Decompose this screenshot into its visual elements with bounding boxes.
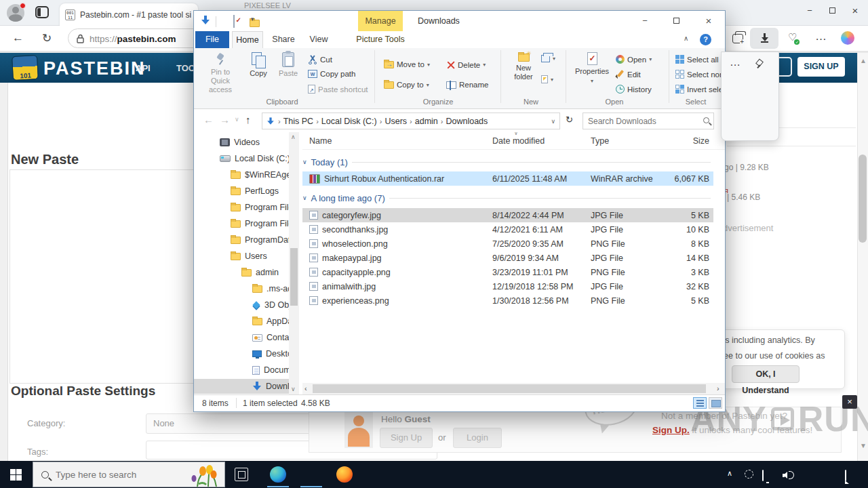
scroll-up-arrow[interactable]: ▲ <box>860 57 867 64</box>
hscroll-left-arrow[interactable] <box>304 384 307 392</box>
browser-close-button[interactable] <box>848 4 863 18</box>
browser-essentials-button[interactable]: ♡✓ <box>788 31 797 43</box>
tab-file[interactable]: File <box>195 31 229 48</box>
history-button[interactable]: History <box>616 85 652 94</box>
start-button[interactable] <box>0 461 33 488</box>
nav-api[interactable]: API <box>136 63 151 73</box>
collections-icon[interactable] <box>732 34 743 43</box>
signup-button[interactable]: SIGN UP <box>797 57 845 77</box>
hscroll-thumb[interactable] <box>313 384 706 393</box>
flyout-menu-button[interactable] <box>730 56 741 68</box>
file-row-makepaypal[interactable]: makepaypal.jpg 9/6/2019 9:34 AM JPG File… <box>302 251 713 265</box>
tree-scroll-down-arrow[interactable] <box>291 386 296 392</box>
rename-button[interactable]: Rename <box>446 81 488 89</box>
taskbar-edge-icon[interactable] <box>270 466 286 483</box>
recent-paste-fragment[interactable]: go | 9.28 KB <box>724 163 769 172</box>
tab-home[interactable]: Home <box>232 31 263 48</box>
file-row-sirhurt-rar[interactable]: Sirhurt Robux Authentication.rar 6/11/20… <box>302 171 713 186</box>
tab-view[interactable]: View <box>304 31 334 48</box>
tree-scrollbar-thumb[interactable] <box>290 248 298 306</box>
paste-button[interactable]: Paste <box>274 52 302 78</box>
tree-scroll-up-arrow[interactable] <box>291 134 296 140</box>
downloads-toolbar-button[interactable] <box>750 28 778 49</box>
explorer-search-input[interactable] <box>583 113 698 129</box>
file-row-categoryfew[interactable]: categoryfew.jpg 8/14/2022 4:44 PM JPG Fi… <box>302 208 713 222</box>
collapse-group-icon[interactable] <box>302 195 307 201</box>
nav-back-button[interactable] <box>203 114 214 125</box>
paste-shortcut-button[interactable]: Paste shortcut <box>308 85 368 94</box>
delete-button[interactable]: Delete <box>446 60 486 69</box>
scroll-down-arrow[interactable]: ▼ <box>860 442 867 449</box>
new-item-button[interactable] <box>541 55 555 62</box>
breadcrumb-this-pc[interactable]: This PC <box>283 117 313 126</box>
network-icon[interactable] <box>762 470 764 481</box>
browser-minimize-button[interactable] <box>802 4 817 18</box>
qat-customize-icon[interactable] <box>251 16 254 22</box>
column-date-modified[interactable]: Date modified <box>486 136 584 146</box>
nav-recent-dropdown[interactable] <box>235 116 239 123</box>
large-icons-view-button[interactable] <box>709 397 722 409</box>
tree-item-downloads[interactable]: Downloads <box>194 379 289 394</box>
manage-contextual-tab[interactable]: Manage <box>358 11 403 31</box>
browser-refresh-button[interactable] <box>42 31 52 45</box>
task-view-button[interactable] <box>235 468 248 481</box>
move-to-button[interactable]: Move to <box>384 60 430 68</box>
file-row-capacityapple[interactable]: capacityapple.png 3/23/2019 11:01 PM PNG… <box>302 265 713 279</box>
file-row-secondthanks[interactable]: secondthanks.jpg 4/12/2021 6:11 AM JPG F… <box>302 222 713 237</box>
edit-button[interactable]: Edit <box>616 70 641 79</box>
taskbar-search-input[interactable] <box>56 470 171 480</box>
breadcrumb-users[interactable]: Users <box>384 117 407 126</box>
background-tab-fragment[interactable]: PIXELSEE LV <box>244 1 291 11</box>
properties-button[interactable]: Properties <box>571 52 613 85</box>
cut-button[interactable]: Cut <box>308 55 332 64</box>
collapse-ribbon-icon[interactable] <box>684 35 688 42</box>
column-size[interactable]: Size <box>665 136 713 146</box>
promo-signup-link[interactable]: Sign Up. <box>652 425 690 435</box>
breadcrumb-admin[interactable]: admin <box>415 117 438 126</box>
notification-close-button[interactable] <box>842 395 857 409</box>
copy-to-button[interactable]: Copy to <box>384 81 429 89</box>
new-folder-button[interactable]: Newfolder <box>507 54 540 81</box>
refresh-button[interactable] <box>566 115 573 125</box>
tray-agent-icon[interactable] <box>745 470 753 479</box>
tray-show-hidden-icons[interactable] <box>727 469 732 478</box>
browser-menu-button[interactable] <box>815 30 827 43</box>
explorer-close-button[interactable] <box>697 11 720 31</box>
workspaces-icon[interactable] <box>35 6 49 18</box>
nav-up-button[interactable] <box>245 114 251 125</box>
browser-tab-pastebin[interactable]: 00111 Pastebin.com - #1 paste tool si <box>60 3 198 26</box>
copy-path-button[interactable]: W Copy path <box>308 70 355 78</box>
group-header-today[interactable]: Today (1) <box>302 155 713 169</box>
copy-button[interactable]: Copy <box>244 52 273 78</box>
action-center-icon[interactable] <box>845 470 846 481</box>
help-button[interactable]: ? <box>700 34 711 45</box>
explorer-minimize-button[interactable] <box>633 11 656 31</box>
hscroll-right-arrow[interactable] <box>717 384 719 392</box>
open-button[interactable]: Open <box>616 55 652 64</box>
tab-picture-tools[interactable]: Picture Tools <box>349 31 412 48</box>
group-header-long-ago[interactable]: A long time ago (7) <box>302 191 713 205</box>
qat-properties-icon[interactable] <box>233 15 235 28</box>
guest-login-button[interactable]: Login <box>453 428 502 448</box>
page-scrollbar-thumb[interactable] <box>859 155 867 243</box>
breadcrumb-downloads[interactable]: Downloads <box>446 117 488 126</box>
taskbar-search[interactable] <box>33 462 225 487</box>
address-dropdown-icon[interactable] <box>551 118 555 125</box>
guest-signup-button[interactable]: Sign Up <box>380 428 433 448</box>
flyout-pin-icon[interactable] <box>754 59 763 68</box>
file-row-animalwith[interactable]: animalwith.jpg 12/19/2018 12:58 PM JPG F… <box>302 279 713 293</box>
pastebin-brand[interactable]: PASTEBIN <box>43 58 146 79</box>
copilot-icon[interactable] <box>841 31 854 45</box>
breadcrumb[interactable]: This PC Local Disk (C:) Users admin Down… <box>262 113 560 129</box>
easy-access-button[interactable] <box>541 75 553 83</box>
pastebin-logo-icon[interactable]: 101 <box>12 55 39 81</box>
taskbar-firefox-icon[interactable] <box>336 466 353 483</box>
nav-forward-button[interactable] <box>220 114 230 125</box>
details-view-button[interactable] <box>693 397 707 409</box>
column-name[interactable]: Name <box>302 136 486 146</box>
browser-back-button[interactable] <box>12 31 24 45</box>
explorer-maximize-button[interactable] <box>665 11 688 31</box>
browser-restore-button[interactable] <box>825 4 840 18</box>
pin-to-quick-access-button[interactable]: Pin to Quickaccess <box>201 52 240 94</box>
tab-share[interactable]: Share <box>267 31 300 48</box>
